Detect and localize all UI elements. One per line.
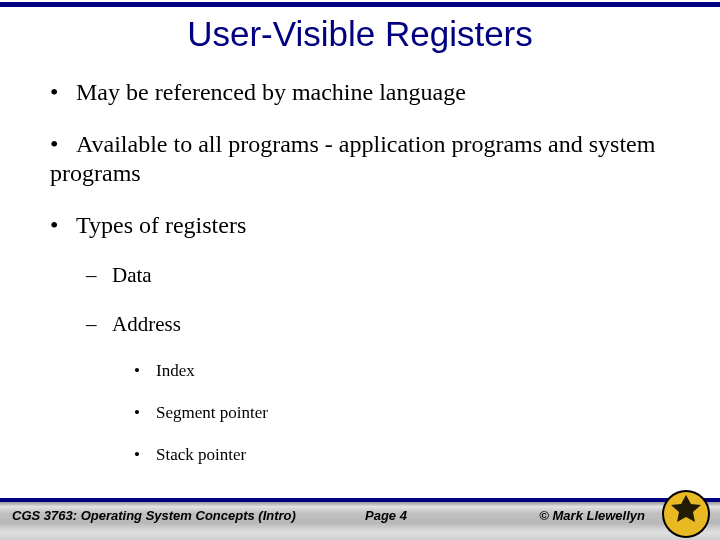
ucf-logo-icon — [658, 484, 714, 540]
subsub-bullet-item: •Segment pointer — [134, 403, 700, 423]
bullet-text: Available to all programs - application … — [50, 131, 655, 185]
sub-bullet-item: –Data — [86, 263, 700, 288]
subsub-bullet-text: Index — [156, 361, 195, 380]
bullet-icon: • — [134, 361, 156, 381]
bullet-icon: • — [134, 403, 156, 423]
slide-body: •May be referenced by machine language •… — [50, 78, 700, 487]
sub-bullet-item: –Address — [86, 312, 700, 337]
top-rule — [0, 2, 720, 7]
bullet-text: May be referenced by machine language — [76, 79, 466, 105]
bullet-icon: • — [50, 130, 76, 158]
footer-copyright: © Mark Llewellyn — [539, 508, 645, 523]
dash-icon: – — [86, 263, 112, 288]
bullet-icon: • — [134, 445, 156, 465]
subsub-bullet-text: Stack pointer — [156, 445, 246, 464]
bullet-icon: • — [50, 78, 76, 106]
footer-page-number: 4 — [400, 508, 407, 523]
subsub-bullet-item: •Stack pointer — [134, 445, 700, 465]
slide-title: User-Visible Registers — [0, 14, 720, 54]
bullet-item: •May be referenced by machine language — [50, 78, 700, 106]
footer: Page 4 CGS 3763: Operating System Concep… — [0, 498, 720, 540]
bullet-item: •Types of registers — [50, 211, 700, 239]
subsub-bullet-item: •Index — [134, 361, 700, 381]
dash-icon: – — [86, 312, 112, 337]
sub-bullet-text: Address — [112, 312, 181, 336]
subsub-bullet-text: Segment pointer — [156, 403, 268, 422]
bullet-item: •Available to all programs - application… — [50, 130, 700, 187]
slide: User-Visible Registers •May be reference… — [0, 0, 720, 540]
bullet-icon: • — [50, 211, 76, 239]
footer-course: CGS 3763: Operating System Concepts (Int… — [12, 508, 296, 523]
sub-bullet-text: Data — [112, 263, 152, 287]
bullet-text: Types of registers — [76, 212, 246, 238]
footer-page-prefix: Page — [365, 508, 400, 523]
